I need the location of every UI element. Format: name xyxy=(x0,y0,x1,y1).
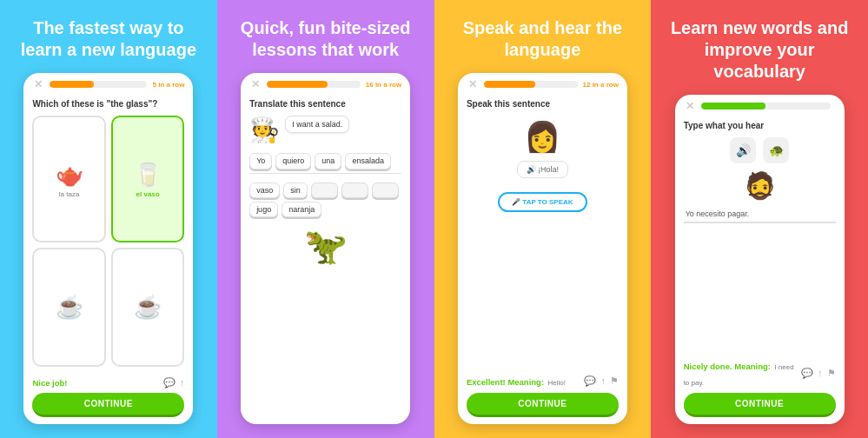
feedback-meaning-wrap-4: Nicely done. Meaning: I need to pay. xyxy=(684,357,802,388)
question-label-2: Translate this sentence xyxy=(249,99,401,109)
phone-mockup-4: ✕ Type what you hear 🔊 🐢 🧔 Yo necesito p… xyxy=(675,95,845,424)
close-icon-1[interactable]: ✕ xyxy=(32,78,44,90)
phone-bottom-4: Nicely done. Meaning: I need to pay. 💬 ↑… xyxy=(675,352,845,424)
answer-row: Yo quiero una ensalada xyxy=(249,153,401,174)
question-label-4: Type what you hear xyxy=(684,121,836,130)
cell-4[interactable]: ☕ xyxy=(111,248,185,367)
phone-content-3: Speak this sentence 👩 🔊 ¡Hola! 🎤 TAP TO … xyxy=(458,94,627,368)
close-icon-3[interactable]: ✕ xyxy=(467,78,479,90)
answer-tile-quiero[interactable]: quiero xyxy=(275,153,311,169)
type-character: 🧔 xyxy=(684,170,836,201)
phone-mockup-1: ✕ 5 in a row Which of these is "the glas… xyxy=(23,73,193,424)
continue-button-3[interactable]: CONTINUE xyxy=(467,393,619,417)
phone-content-4: Type what you hear 🔊 🐢 🧔 Yo necesito pag… xyxy=(675,116,845,352)
word-tiles-row: vaso sin ___ ___ ___ jugo naranja xyxy=(249,182,401,217)
flag-icon-3[interactable]: ⚑ xyxy=(610,375,619,387)
cell-vaso[interactable]: 🥛 el vaso xyxy=(111,116,185,242)
phone-content-2: Translate this sentence 🧑‍🍳 I want a sal… xyxy=(241,94,410,424)
panel-translate: Quick, fun bite-sized lessons that work … xyxy=(217,0,434,438)
feedback-row-1: Nice job! 💬 ↑ xyxy=(32,377,184,388)
share-icon-4[interactable]: ↑ xyxy=(818,368,823,379)
type-input-area[interactable]: Yo necesito pagar. xyxy=(684,206,836,223)
cell-taza-emoji: 🫖 xyxy=(56,162,83,189)
cell-3[interactable]: ☕ xyxy=(32,248,106,367)
progress-bar-3 xyxy=(484,81,578,88)
panel-vocabulary: The fastest way to learn a new language … xyxy=(0,0,217,438)
speak-area: 👩 🔊 ¡Hola! 🎤 TAP TO SPEAK xyxy=(467,116,619,362)
word-tile-vaso[interactable]: vaso xyxy=(249,182,280,198)
share-icon-1[interactable]: ↑ xyxy=(180,377,185,388)
progress-fill-2 xyxy=(267,81,328,88)
phone-mockup-2: ✕ 16 in a row Translate this sentence 🧑‍… xyxy=(241,73,410,424)
panel-3-title: Speak and hear the language xyxy=(448,17,638,61)
word-tile-empty-2: ___ xyxy=(341,182,368,198)
chat-icon-3[interactable]: 💬 xyxy=(584,375,596,387)
word-tile-naranja[interactable]: naranja xyxy=(282,202,321,217)
audio-row: 🔊 🐢 xyxy=(684,137,836,163)
feedback-row-3: Excellent! Meaning: Hello! 💬 ↑ ⚑ xyxy=(467,373,619,388)
word-tile-empty-3: ___ xyxy=(372,182,399,198)
streak-badge-1: 5 in a row xyxy=(152,81,184,89)
answer-tile-una[interactable]: una xyxy=(315,153,341,169)
top-bar-4: ✕ xyxy=(675,95,845,116)
cell-4-emoji: ☕ xyxy=(134,294,162,321)
top-bar-2: ✕ 16 in a row xyxy=(241,73,410,94)
play-audio-button[interactable]: 🔊 xyxy=(730,137,756,163)
cell-vaso-label: el vaso xyxy=(136,190,160,198)
chat-icon-1[interactable]: 💬 xyxy=(163,377,176,388)
streak-badge-3: 12 in a row xyxy=(583,81,619,89)
flag-icon-4[interactable]: ⚑ xyxy=(827,368,836,379)
phone-mockup-3: ✕ 12 in a row Speak this sentence 👩 🔊 ¡H… xyxy=(458,73,627,424)
tap-to-speak-button[interactable]: 🎤 TAP TO SPEAK xyxy=(498,192,586,212)
character-emoji-2: 🧑‍🍳 xyxy=(249,116,280,144)
panel-speak: Speak and hear the language ✕ 12 in a ro… xyxy=(434,0,652,438)
close-icon-4[interactable]: ✕ xyxy=(684,100,696,112)
progress-fill-3 xyxy=(484,81,535,88)
continue-button-4[interactable]: CONTINUE xyxy=(684,393,836,417)
speak-bubble-text: 🔊 ¡Hola! xyxy=(527,165,560,174)
panel-2-title: Quick, fun bite-sized lessons that work xyxy=(231,17,421,61)
speak-bubble: 🔊 ¡Hola! xyxy=(517,161,569,178)
cell-3-emoji: ☕ xyxy=(56,294,83,321)
feedback-text-4: Nicely done. Meaning: xyxy=(684,362,771,371)
progress-bar-1 xyxy=(50,81,147,88)
slow-audio-button[interactable]: 🐢 xyxy=(763,137,789,163)
icon-row-4: 💬 ↑ ⚑ xyxy=(801,368,836,379)
phone-content-1: Which of these is "the glass"? 🫖 la taza… xyxy=(23,94,193,372)
icon-row-1: 💬 ↑ xyxy=(163,377,185,388)
progress-bar-2 xyxy=(267,81,361,88)
close-icon-2[interactable]: ✕ xyxy=(249,78,262,90)
top-bar-1: ✕ 5 in a row xyxy=(23,73,193,94)
feedback-text-1: Nice job! xyxy=(32,378,67,388)
word-tile-empty-1: ___ xyxy=(311,182,338,198)
feedback-meaning-wrap-3: Excellent! Meaning: Hello! xyxy=(467,373,566,388)
word-tile-sin[interactable]: sin xyxy=(283,182,308,198)
panel-1-title: The fastest way to learn a new language xyxy=(14,17,203,61)
feedback-text-3: Excellent! Meaning: xyxy=(467,377,544,387)
question-label-3: Speak this sentence xyxy=(467,99,619,109)
image-grid: 🫖 la taza 🥛 el vaso ☕ ☕ xyxy=(32,116,184,367)
progress-fill-4 xyxy=(701,103,766,110)
answer-tile-ensalada[interactable]: ensalada xyxy=(345,153,391,169)
streak-badge-2: 16 in a row xyxy=(366,81,401,89)
top-bar-3: ✕ 12 in a row xyxy=(458,73,627,94)
phone-bottom-1: Nice job! 💬 ↑ CONTINUE xyxy=(23,372,193,424)
word-tile-jugo[interactable]: jugo xyxy=(249,202,278,217)
panel-4-title: Learn new words and improve your vocabul… xyxy=(665,17,854,83)
duolingo-owl: 🦖 xyxy=(249,226,401,267)
share-icon-3[interactable]: ↑ xyxy=(600,375,606,387)
character-speech: 🧑‍🍳 I want a salad. xyxy=(249,116,401,144)
progress-fill-1 xyxy=(50,81,93,88)
question-label-1: Which of these is "the glass"? xyxy=(32,99,184,109)
cell-taza[interactable]: 🫖 la taza xyxy=(32,116,106,242)
continue-button-1[interactable]: CONTINUE xyxy=(32,393,184,417)
type-area: 🔊 🐢 🧔 Yo necesito pagar. xyxy=(684,137,836,347)
progress-bar-4 xyxy=(701,103,831,110)
phone-bottom-3: Excellent! Meaning: Hello! 💬 ↑ ⚑ CONTINU… xyxy=(458,368,627,424)
cell-taza-label: la taza xyxy=(59,190,80,198)
chat-icon-4[interactable]: 💬 xyxy=(801,368,813,379)
panel-type: Learn new words and improve your vocabul… xyxy=(651,0,868,438)
answer-tile-yo[interactable]: Yo xyxy=(249,153,272,169)
feedback-row-4: Nicely done. Meaning: I need to pay. 💬 ↑… xyxy=(684,357,836,388)
translate-area: 🧑‍🍳 I want a salad. Yo quiero una ensala… xyxy=(249,116,401,419)
